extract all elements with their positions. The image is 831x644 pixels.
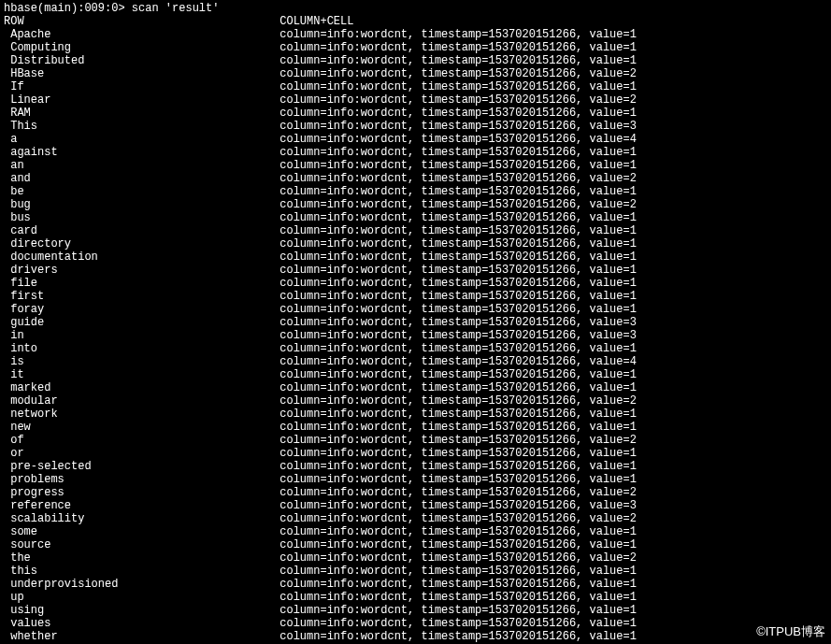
scan-results: Apache column=info:wordcnt, timestamp=15… (4, 28, 827, 644)
table-row: using column=info:wordcnt, timestamp=153… (4, 604, 827, 617)
table-row: or column=info:wordcnt, timestamp=153702… (4, 447, 827, 460)
table-row: a column=info:wordcnt, timestamp=1537020… (4, 133, 827, 146)
watermark: ©ITPUB博客 (756, 625, 825, 638)
hbase-shell-prompt: hbase(main):009:0> scan 'result' (4, 2, 827, 15)
table-row: directory column=info:wordcnt, timestamp… (4, 237, 827, 250)
table-row: of column=info:wordcnt, timestamp=153702… (4, 434, 827, 447)
table-row: documentation column=info:wordcnt, times… (4, 250, 827, 264)
table-row: is column=info:wordcnt, timestamp=153702… (4, 355, 827, 368)
table-row: some column=info:wordcnt, timestamp=1537… (4, 525, 827, 538)
table-row: problems column=info:wordcnt, timestamp=… (4, 473, 827, 486)
table-row: Linear column=info:wordcnt, timestamp=15… (4, 93, 827, 107)
table-row: Apache column=info:wordcnt, timestamp=15… (4, 28, 827, 41)
scan-header: ROW COLUMN+CELL (4, 15, 827, 28)
table-row: into column=info:wordcnt, timestamp=1537… (4, 342, 827, 355)
table-row: the column=info:wordcnt, timestamp=15370… (4, 551, 827, 565)
table-row: this column=info:wordcnt, timestamp=1537… (4, 565, 827, 578)
table-row: bug column=info:wordcnt, timestamp=15370… (4, 198, 827, 211)
table-row: values column=info:wordcnt, timestamp=15… (4, 617, 827, 630)
table-row: foray column=info:wordcnt, timestamp=153… (4, 303, 827, 316)
table-row: first column=info:wordcnt, timestamp=153… (4, 290, 827, 303)
table-row: new column=info:wordcnt, timestamp=15370… (4, 421, 827, 434)
table-row: Computing column=info:wordcnt, timestamp… (4, 41, 827, 54)
table-row: card column=info:wordcnt, timestamp=1537… (4, 224, 827, 237)
table-row: file column=info:wordcnt, timestamp=1537… (4, 277, 827, 290)
table-row: If column=info:wordcnt, timestamp=153702… (4, 80, 827, 93)
table-row: an column=info:wordcnt, timestamp=153702… (4, 159, 827, 172)
table-row: marked column=info:wordcnt, timestamp=15… (4, 381, 827, 394)
table-row: up column=info:wordcnt, timestamp=153702… (4, 591, 827, 604)
table-row: This column=info:wordcnt, timestamp=1537… (4, 120, 827, 133)
table-row: network column=info:wordcnt, timestamp=1… (4, 408, 827, 421)
table-row: bus column=info:wordcnt, timestamp=15370… (4, 211, 827, 224)
table-row: be column=info:wordcnt, timestamp=153702… (4, 185, 827, 198)
table-row: RAM column=info:wordcnt, timestamp=15370… (4, 107, 827, 120)
table-row: scalability column=info:wordcnt, timesta… (4, 512, 827, 525)
table-row: reference column=info:wordcnt, timestamp… (4, 499, 827, 512)
table-row: guide column=info:wordcnt, timestamp=153… (4, 316, 827, 329)
table-row: in column=info:wordcnt, timestamp=153702… (4, 329, 827, 342)
table-row: whether column=info:wordcnt, timestamp=1… (4, 630, 827, 643)
table-row: it column=info:wordcnt, timestamp=153702… (4, 368, 827, 381)
table-row: and column=info:wordcnt, timestamp=15370… (4, 172, 827, 185)
table-row: Distributed column=info:wordcnt, timesta… (4, 54, 827, 67)
table-row: drivers column=info:wordcnt, timestamp=1… (4, 264, 827, 277)
table-row: progress column=info:wordcnt, timestamp=… (4, 486, 827, 499)
table-row: pre-selected column=info:wordcnt, timest… (4, 460, 827, 473)
table-row: modular column=info:wordcnt, timestamp=1… (4, 394, 827, 408)
table-row: source column=info:wordcnt, timestamp=15… (4, 538, 827, 551)
table-row: against column=info:wordcnt, timestamp=1… (4, 146, 827, 159)
table-row: HBase column=info:wordcnt, timestamp=153… (4, 67, 827, 80)
table-row: underprovisioned column=info:wordcnt, ti… (4, 578, 827, 591)
